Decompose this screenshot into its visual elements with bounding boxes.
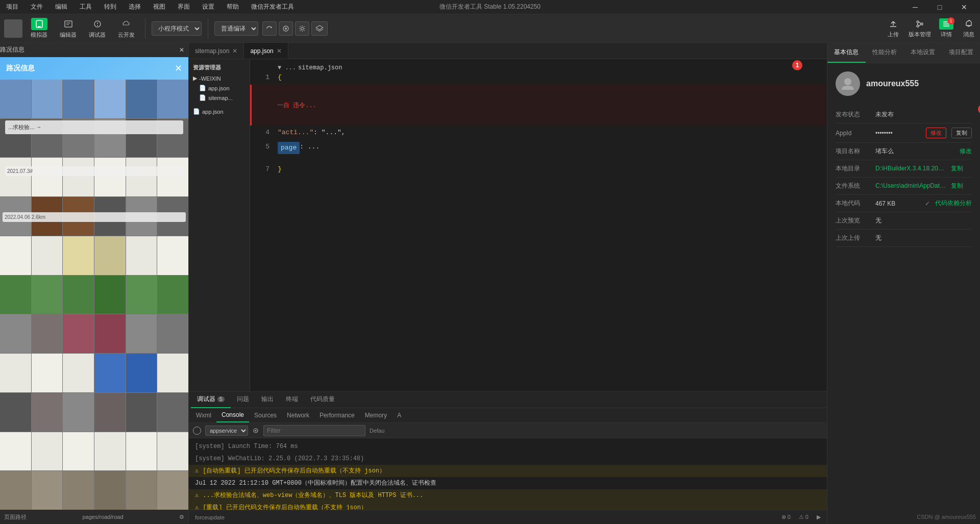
debugger-btn[interactable]: 调试器 [85, 16, 110, 41]
menu-edit[interactable]: 编辑 [53, 2, 69, 12]
close-sitemap-tab[interactable]: ✕ [232, 47, 237, 55]
devtools-tab-terminal[interactable]: 终端 [280, 392, 304, 408]
devtools-tab-problems[interactable]: 问题 [231, 392, 255, 408]
close-appjson-tab[interactable]: ✕ [277, 47, 282, 55]
pixel-cell [0, 236, 31, 275]
file-tab-sitemap[interactable]: sitemap.json ✕ [189, 43, 244, 59]
devtools-tab-quality[interactable]: 代码质量 [304, 392, 341, 408]
close-button[interactable]: ✕ [952, 0, 976, 14]
dsub-tab-console[interactable]: Console [216, 408, 249, 422]
file-item-sitemap[interactable]: 📄sitemap... [191, 93, 248, 103]
pixel-cell [0, 158, 31, 196]
maximize-button[interactable]: □ [928, 0, 951, 14]
menu-settings[interactable]: 设置 [200, 2, 216, 12]
svg-point-10 [301, 27, 304, 30]
phone-simulator-title: 路况信息 ✕ [0, 43, 188, 57]
right-tab-basic[interactable]: 基本信息 [827, 43, 866, 63]
close-btn-icon[interactable]: ✕ [175, 63, 182, 74]
dsub-tab-wxml[interactable]: Wxml [191, 408, 216, 422]
modify-name-btn[interactable]: 修改 [960, 147, 972, 156]
minimize-button[interactable]: ─ [903, 0, 927, 14]
dsub-tab-memory[interactable]: Memory [360, 408, 392, 422]
file-item-appjson[interactable]: 📄app.json [191, 83, 248, 93]
dsub-tab-performance[interactable]: Performance [314, 408, 360, 422]
pixel-cell [157, 354, 188, 392]
editor-area[interactable]: ▼ ... sitemap.json 1 { 一自 违令... 4 "ac [250, 59, 827, 391]
pixel-cell [126, 471, 157, 510]
upload-btn[interactable]: 上传 [886, 18, 900, 38]
app-title: 路况信息 [6, 64, 35, 73]
console-line-system-2: [system] WeChatLib: 2.25.0 (2022.7.3 23:… [189, 453, 827, 465]
close-phone-btn[interactable]: ✕ [179, 46, 184, 54]
menu-bar[interactable]: 项目 文件 编辑 工具 转到 选择 视图 界面 设置 帮助 微信开发者工具 [4, 2, 296, 12]
menu-view[interactable]: 视图 [151, 2, 167, 12]
context-select[interactable]: appservice [205, 426, 248, 436]
menu-file[interactable]: 文件 [29, 2, 45, 12]
stop-circle-icon[interactable] [193, 427, 201, 435]
svg-point-11 [917, 21, 919, 23]
layers-button[interactable] [311, 21, 328, 36]
dsub-tab-a[interactable]: A [392, 408, 406, 422]
copy-fs-btn[interactable]: 复制 [951, 182, 963, 190]
menu-tools[interactable]: 工具 [78, 2, 94, 12]
overlay-card: ...求校验... → [5, 120, 183, 134]
toolbar-left-icons [193, 427, 201, 435]
copy-dir-btn[interactable]: 复制 [951, 164, 963, 173]
pixel-cell [94, 276, 126, 314]
modify-appid-btn[interactable]: 修改 [926, 128, 946, 138]
details-btn[interactable]: 详情 1 [939, 18, 953, 38]
annotation-badge-1: 1 [792, 60, 802, 70]
filter-input[interactable] [263, 425, 365, 436]
console-line-warning-1: ⚠ [自动热重载] 已开启代码文件保存后自动热重载（不支持 json） [189, 465, 827, 477]
run-icon[interactable]: ▶ [817, 514, 821, 520]
menu-select[interactable]: 选择 [127, 2, 143, 12]
menu-help[interactable]: 帮助 [225, 2, 241, 12]
compile-icon[interactable]: ⚙ [179, 514, 184, 520]
right-tab-perf[interactable]: 性能分析 [866, 43, 904, 63]
settings-button[interactable] [295, 21, 309, 36]
code-analysis-link[interactable]: 代码依赖分析 [935, 199, 972, 208]
mode-select[interactable]: 小程序模式 插件模式 [152, 21, 202, 36]
compile-select[interactable]: 普通编译 [214, 21, 258, 36]
notification-btn[interactable]: 消息 [962, 18, 976, 38]
notification-label: 消息 [963, 31, 974, 38]
devtools-tab-debugger[interactable]: 调试器 5 [191, 392, 231, 408]
local-dir-link[interactable]: D:\HBuilderX.3.4.18.20220630\workspace\堵… [875, 164, 947, 173]
dsub-tab-sources[interactable]: Sources [249, 408, 282, 422]
filesystem-link[interactable]: C:\Users\admin\AppData\Local\微信开发者... [875, 182, 947, 190]
devtools-tab-output[interactable]: 输出 [255, 392, 280, 408]
version-manage-btn[interactable]: 版本管理 [909, 18, 931, 38]
app-content: ...求校验... → 2021.07.3# 2022.04.06 2.6km [0, 80, 188, 510]
refresh-button[interactable] [262, 21, 277, 36]
dsub-tab-network[interactable]: Network [282, 408, 314, 422]
editor-btn[interactable]: 编辑器 [56, 16, 81, 41]
window-controls[interactable]: ─ □ ✕ [903, 0, 976, 14]
pixel-cell [94, 236, 126, 275]
file-item-weixin[interactable]: ▶-WEIXIN [191, 73, 248, 83]
menu-project[interactable]: 项目 [4, 2, 20, 12]
pixel-cell [126, 393, 157, 432]
menu-goto[interactable]: 转到 [102, 2, 118, 12]
file-item-appjson2[interactable]: 📄app.json [191, 107, 248, 116]
pixel-cell [157, 393, 188, 432]
eye-icon-btn[interactable] [252, 427, 259, 434]
preview-button[interactable] [279, 21, 293, 36]
cloud-dev-btn[interactable]: 云开发 [114, 16, 139, 41]
pixel-cell [157, 471, 188, 510]
pixel-cell [63, 158, 94, 196]
menu-interface[interactable]: 界面 [176, 2, 192, 12]
right-tab-local[interactable]: 本地设置 [904, 43, 942, 63]
copy-appid-btn[interactable]: 复制 [951, 128, 972, 138]
status-icons: forceupdate [195, 514, 225, 520]
local-dir-row: 本地目录 D:\HBuilderX.3.4.18.20220630\worksp… [836, 160, 972, 178]
user-info: amoureux555 [866, 79, 919, 88]
menu-weixin-devtools[interactable]: 微信开发者工具 [249, 2, 296, 12]
code-line-5: 5 page : ... [250, 142, 827, 154]
right-tab-project[interactable]: 项目配置 [942, 43, 980, 63]
pixel-cell [126, 432, 157, 471]
simulator-btn[interactable]: 模拟器 [27, 16, 52, 41]
warning-count: ⚠ 0 [799, 514, 808, 520]
file-tab-appjson[interactable]: app.json ✕ [244, 43, 288, 59]
pixel-cell [32, 432, 63, 471]
code-line-7: 7 } [250, 164, 827, 174]
